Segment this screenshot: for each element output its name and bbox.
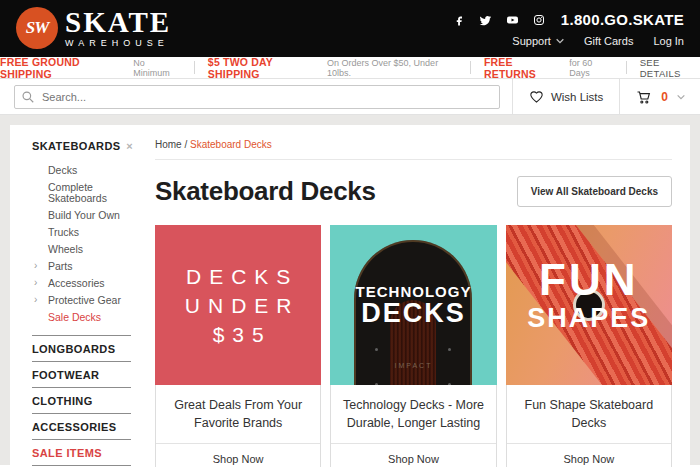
divider — [470, 61, 471, 74]
fun-shapes-banner[interactable]: FUN SHAPES — [506, 225, 672, 385]
divider — [155, 159, 672, 160]
close-icon[interactable]: × — [126, 140, 133, 152]
shop-now-link[interactable]: Shop Now — [331, 443, 495, 467]
gift-cards-link[interactable]: Gift Cards — [584, 35, 634, 47]
card-caption: Fun Shape Skateboard Decks — [507, 385, 671, 443]
chevron-down-icon — [556, 38, 564, 44]
logo-warehouse-text: WAREHOUSE — [65, 38, 171, 48]
promo-title: FREE RETURNS — [484, 56, 563, 80]
view-all-skateboard-decks-button[interactable]: View All Skateboard Decks — [517, 176, 672, 207]
sidebar-item-footwear[interactable]: FOOTWEAR — [10, 362, 145, 387]
deck-brand-text: IMPACT — [354, 362, 472, 369]
page-background: SKATEBOARDS × Decks Complete Skateboards… — [0, 115, 700, 465]
card-fun-shapes: FUN SHAPES Fun Shape Skateboard Decks Sh… — [506, 225, 672, 467]
search-input[interactable] — [14, 85, 500, 109]
sidebar-item-sale-items[interactable]: SALE ITEMS — [10, 440, 145, 465]
wish-lists-button[interactable]: Wish Lists — [513, 79, 619, 114]
technology-decks-banner[interactable]: IMPACT TECHNOLOGY DECKS — [330, 225, 496, 385]
sidebar-item-accessories[interactable]: ›Accessories — [10, 275, 145, 292]
promo-subtitle: On Orders Over $50, Under 10lbs. — [327, 58, 457, 78]
log-in-link[interactable]: Log In — [653, 35, 684, 47]
sidebar-item-wheels[interactable]: Wheels — [10, 241, 145, 258]
sidebar-item-sale-decks[interactable]: Sale Decks — [10, 309, 145, 326]
promo-subtitle: for 60 Days — [569, 58, 612, 78]
sidebar-item-complete-skateboards[interactable]: Complete Skateboards — [10, 179, 145, 207]
sidebar-item-longboards[interactable]: LONGBOARDS — [10, 336, 145, 361]
search-icon — [21, 90, 35, 104]
chevron-right-icon: › — [34, 261, 37, 271]
decks-under-35-banner[interactable]: DECKS UNDER $35 — [155, 225, 321, 385]
search-row: Wish Lists 0 — [0, 79, 700, 115]
top-header: SW SKATE WAREHOUSE 1.800.GO.SKATE Suppor… — [0, 0, 700, 57]
sidebar-item-build-your-own[interactable]: Build Your Own — [10, 207, 145, 224]
sidebar-item-protective-gear[interactable]: ›Protective Gear — [10, 292, 145, 309]
card-technology-decks: IMPACT TECHNOLOGY DECKS Technology Decks… — [330, 225, 496, 467]
category-sidebar: SKATEBOARDS × Decks Complete Skateboards… — [10, 125, 145, 465]
promo-cards: DECKS UNDER $35 Great Deals From Your Fa… — [155, 225, 672, 467]
chevron-right-icon: › — [34, 278, 37, 288]
phone-number: 1.800.GO.SKATE — [561, 11, 684, 28]
social-links — [454, 14, 545, 26]
sw-logo-icon: SW — [16, 7, 58, 49]
see-details-link[interactable]: SEE DETAILS — [640, 57, 700, 79]
instagram-icon[interactable] — [533, 14, 545, 26]
divider — [626, 61, 627, 74]
sidebar-item-skateboards[interactable]: SKATEBOARDS × — [10, 137, 145, 155]
promo-bar: FREE GROUND SHIPPING No Minimum $5 TWO D… — [0, 57, 700, 79]
shop-now-link[interactable]: Shop Now — [507, 443, 671, 467]
breadcrumb-current: Skateboard Decks — [190, 139, 272, 150]
page-title: Skateboard Decks — [155, 176, 376, 207]
support-menu[interactable]: Support — [512, 35, 564, 47]
promo-title: FREE GROUND SHIPPING — [0, 56, 127, 80]
sidebar-item-clothing[interactable]: CLOTHING — [10, 388, 145, 413]
chevron-down-icon — [677, 94, 685, 100]
cart-button[interactable]: 0 — [620, 79, 700, 114]
card-caption: Great Deals From Your Favorite Brands — [156, 385, 320, 443]
card-caption: Technology Decks - More Durable, Longer … — [331, 385, 495, 443]
logo-skate-text: SKATE — [65, 8, 171, 37]
sidebar-item-decks[interactable]: Decks — [10, 162, 145, 179]
promo-title: $5 TWO DAY SHIPPING — [208, 56, 321, 80]
promo-subtitle: No Minimum — [133, 58, 181, 78]
twitter-icon[interactable] — [479, 14, 492, 26]
chevron-right-icon: › — [34, 295, 37, 305]
card-decks-under-35: DECKS UNDER $35 Great Deals From Your Fa… — [155, 225, 321, 467]
main-content: Home / Skateboard Decks Skateboard Decks… — [145, 125, 690, 467]
shop-now-link[interactable]: Shop Now — [156, 443, 320, 467]
cart-icon — [635, 89, 652, 105]
sidebar-item-accessories-main[interactable]: ACCESSORIES — [10, 414, 145, 439]
heart-icon — [529, 90, 544, 104]
breadcrumb-home-link[interactable]: Home — [155, 139, 182, 150]
sidebar-item-parts[interactable]: ›Parts — [10, 258, 145, 275]
cart-count-badge: 0 — [661, 90, 668, 104]
skate-warehouse-logo[interactable]: SW SKATE WAREHOUSE — [16, 7, 171, 49]
facebook-icon[interactable] — [454, 14, 465, 26]
youtube-icon[interactable] — [506, 14, 519, 26]
sidebar-item-trucks[interactable]: Trucks — [10, 224, 145, 241]
breadcrumb: Home / Skateboard Decks — [155, 139, 672, 150]
divider — [194, 61, 195, 74]
